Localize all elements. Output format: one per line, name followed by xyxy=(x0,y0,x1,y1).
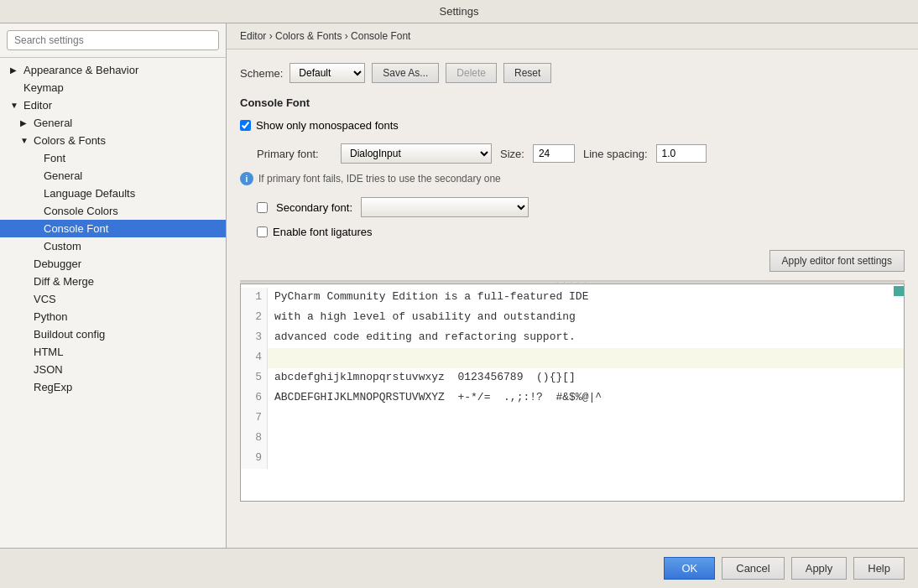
ligatures-checkbox[interactable] xyxy=(257,226,268,237)
preview-line: 9 xyxy=(241,449,904,469)
reset-button[interactable]: Reset xyxy=(503,63,551,83)
ok-button[interactable]: OK xyxy=(664,557,715,580)
apply-button[interactable]: Apply xyxy=(791,557,848,580)
apply-btn-row: Apply editor font settings xyxy=(240,250,905,272)
line-code xyxy=(268,408,281,429)
section-title: Console Font xyxy=(240,96,905,109)
preview-line: 2with a high level of usability and outs… xyxy=(241,308,904,328)
line-number: 6 xyxy=(241,388,268,408)
scheme-label: Scheme: xyxy=(240,67,283,80)
bottom-bar: OK Cancel Apply Help xyxy=(0,548,918,588)
sidebar-item-label: General xyxy=(44,169,82,182)
sidebar-item-python[interactable]: Python xyxy=(0,308,226,325)
breadcrumb-separator: › xyxy=(266,30,275,42)
secondary-font-checkbox[interactable] xyxy=(257,202,268,213)
sidebar-item-label: Custom xyxy=(44,240,81,252)
delete-button[interactable]: Delete xyxy=(446,63,497,83)
line-code: ABCDEFGHIJKLMNOPQRSTUVWXYZ +-*/= .,;:!? … xyxy=(268,388,608,408)
sidebar-item-label: Language Defaults xyxy=(44,187,135,200)
scheme-select-wrapper: Default xyxy=(289,63,365,83)
sidebar-item-label: HTML xyxy=(34,346,63,358)
sidebar-item-label: Diff & Merge xyxy=(34,275,94,288)
sidebar-item-colors-fonts[interactable]: ▼Colors & Fonts xyxy=(0,132,226,149)
apply-editor-font-button[interactable]: Apply editor font settings xyxy=(769,250,905,272)
scheme-row: Scheme: Default Save As... Delete Reset xyxy=(240,63,905,83)
sidebar-item-label: Python xyxy=(34,310,67,323)
sidebar-item-general[interactable]: ▶General xyxy=(0,114,226,132)
monospaced-checkbox[interactable] xyxy=(240,120,251,131)
sidebar: ▶Appearance & BehaviorKeymap▼Editor▶Gene… xyxy=(0,23,227,548)
sidebar-item-appearance-behavior[interactable]: ▶Appearance & Behavior xyxy=(0,61,226,79)
breadcrumb-part-1[interactable]: Colors & Fonts xyxy=(275,30,342,42)
line-code: PyCharm Community Edition is a full-feat… xyxy=(268,288,595,308)
sidebar-item-console-colors[interactable]: Console Colors xyxy=(0,202,226,220)
secondary-font-select-wrapper xyxy=(361,197,529,217)
sidebar-item-buildout-config[interactable]: Buildout config xyxy=(0,325,226,343)
sidebar-item-regexp[interactable]: RegExp xyxy=(0,378,226,396)
save-as-button[interactable]: Save As... xyxy=(372,63,439,83)
window-title: Settings xyxy=(440,5,479,18)
primary-font-select[interactable]: DialogInput xyxy=(341,143,492,164)
line-number: 2 xyxy=(241,308,268,328)
sidebar-item-font[interactable]: Font xyxy=(0,149,226,167)
info-icon: i xyxy=(240,172,253,185)
secondary-font-label: Secondary font: xyxy=(276,201,352,214)
primary-font-row: Primary font: DialogInput Size: Line spa… xyxy=(240,143,905,164)
sidebar-item-vcs[interactable]: VCS xyxy=(0,290,226,308)
breadcrumb-separator: › xyxy=(342,30,351,42)
sidebar-item-keymap[interactable]: Keymap xyxy=(0,79,226,96)
tree-container: ▶Appearance & BehaviorKeymap▼Editor▶Gene… xyxy=(0,58,226,548)
scheme-select[interactable]: Default xyxy=(289,63,365,83)
sidebar-item-console-font[interactable]: Console Font xyxy=(0,220,226,237)
preview-lines: 1PyCharm Community Edition is a full-fea… xyxy=(241,284,904,472)
settings-panel: Scheme: Default Save As... Delete Reset … xyxy=(227,49,918,548)
cancel-button[interactable]: Cancel xyxy=(722,557,784,580)
breadcrumb-part-2: Console Font xyxy=(351,30,410,42)
sidebar-item-label: Console Colors xyxy=(44,205,118,217)
size-input[interactable] xyxy=(533,144,575,163)
sidebar-item-diff-merge[interactable]: Diff & Merge xyxy=(0,273,226,290)
corner-resize-icon[interactable] xyxy=(894,286,904,296)
line-spacing-label: Line spacing: xyxy=(583,148,648,160)
info-row: i If primary font fails, IDE tries to us… xyxy=(240,172,905,185)
search-box xyxy=(0,23,226,58)
sidebar-item-label: Font xyxy=(44,152,65,164)
monospaced-row: Show only monospaced fonts xyxy=(240,119,905,132)
sidebar-item-json[interactable]: JSON xyxy=(0,361,226,378)
preview-line: 5abcdefghijklmnopqrstuvwxyz 0123456789 (… xyxy=(241,368,904,388)
line-number: 5 xyxy=(241,368,268,388)
sidebar-item-label: Buildout config xyxy=(34,328,105,341)
sidebar-item-label: JSON xyxy=(34,363,63,376)
line-number: 4 xyxy=(241,348,268,368)
breadcrumb: Editor › Colors & Fonts › Console Font xyxy=(227,23,918,49)
sidebar-item-label: VCS xyxy=(34,293,56,305)
line-spacing-input[interactable] xyxy=(656,144,707,163)
search-input[interactable] xyxy=(7,30,219,50)
breadcrumb-part-0[interactable]: Editor xyxy=(240,30,266,42)
ligatures-row: Enable font ligatures xyxy=(240,226,905,238)
line-code: with a high level of usability and outst… xyxy=(268,308,582,328)
preview-line: 4 xyxy=(241,348,904,368)
preview-line: 1PyCharm Community Edition is a full-fea… xyxy=(241,288,904,308)
secondary-font-select[interactable] xyxy=(361,197,529,217)
arrow-icon: ▼ xyxy=(10,101,20,110)
sidebar-item-custom[interactable]: Custom xyxy=(0,237,226,255)
sidebar-item-general2[interactable]: General xyxy=(0,167,226,185)
primary-font-label: Primary font: xyxy=(257,148,332,160)
sidebar-item-language-defaults[interactable]: Language Defaults xyxy=(0,185,226,202)
sidebar-item-label: Editor xyxy=(23,99,52,112)
line-number: 8 xyxy=(241,429,268,449)
line-number: 7 xyxy=(241,408,268,429)
help-button[interactable]: Help xyxy=(853,557,905,580)
sidebar-item-editor[interactable]: ▼Editor xyxy=(0,96,226,114)
sidebar-item-html[interactable]: HTML xyxy=(0,343,226,361)
sidebar-item-label: Debugger xyxy=(34,258,81,270)
line-number: 1 xyxy=(241,288,268,308)
size-label: Size: xyxy=(500,148,524,160)
sidebar-item-debugger[interactable]: Debugger xyxy=(0,255,226,273)
sidebar-item-label: Console Font xyxy=(44,222,108,235)
monospaced-label: Show only monospaced fonts xyxy=(256,119,399,132)
preview-line: 3advanced code editing and refactoring s… xyxy=(241,328,904,348)
primary-font-select-wrapper: DialogInput xyxy=(341,143,492,164)
line-code xyxy=(268,429,281,449)
